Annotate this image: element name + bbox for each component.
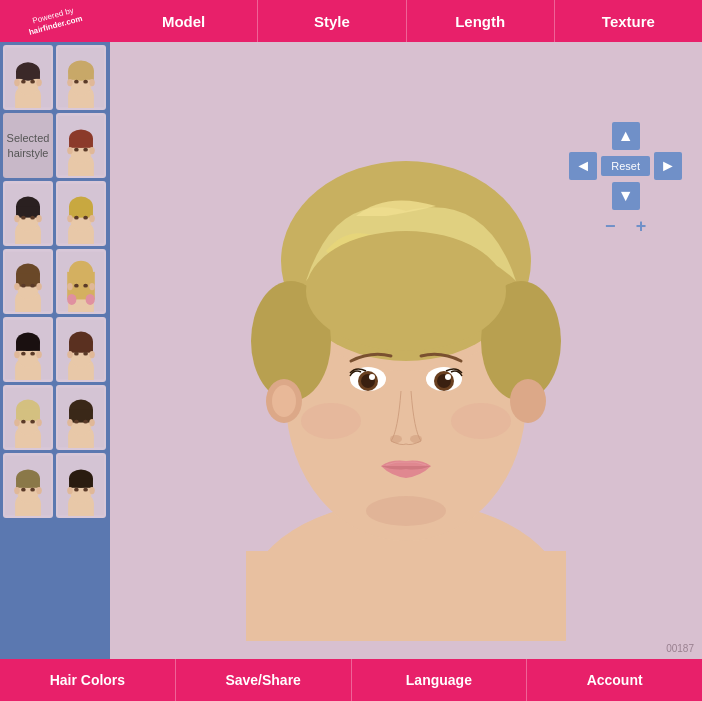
svg-point-68	[67, 283, 73, 290]
language-button[interactable]: Language	[352, 659, 528, 701]
hairstyle-thumb-8[interactable]	[56, 249, 106, 314]
tab-length[interactable]: Length	[407, 0, 555, 42]
hairstyle-thumb-11[interactable]	[3, 385, 53, 450]
svg-point-155	[451, 403, 511, 439]
svg-point-154	[301, 403, 361, 439]
hairstyle-thumb-4[interactable]	[56, 113, 106, 178]
svg-point-17	[89, 79, 95, 86]
svg-point-120	[21, 488, 26, 492]
svg-point-129	[89, 487, 95, 494]
svg-rect-133	[246, 551, 566, 641]
svg-rect-127	[69, 479, 93, 488]
svg-rect-5	[16, 72, 40, 79]
svg-point-66	[67, 294, 76, 305]
svg-point-101	[30, 420, 35, 424]
hairstyle-thumb-7[interactable]	[3, 249, 53, 314]
svg-point-7	[36, 79, 42, 86]
hair-colors-button[interactable]: Hair Colors	[0, 659, 176, 701]
hairstyle-thumb-13[interactable]	[3, 453, 53, 518]
svg-point-99	[36, 419, 42, 426]
svg-point-70	[74, 284, 79, 288]
zoom-in-button[interactable]: +	[636, 216, 647, 237]
nav-up-arrow[interactable]: ▲	[612, 122, 640, 150]
svg-point-89	[89, 351, 95, 358]
svg-rect-12	[68, 95, 94, 108]
account-button[interactable]: Account	[527, 659, 702, 701]
tab-style[interactable]: Style	[258, 0, 406, 42]
svg-point-131	[83, 488, 88, 492]
svg-point-79	[36, 351, 42, 358]
svg-point-109	[89, 419, 95, 426]
model-preview	[176, 61, 636, 641]
sidebar-row-5	[3, 385, 107, 450]
nav-down-arrow[interactable]: ▼	[612, 182, 640, 210]
svg-point-100	[21, 420, 26, 424]
logo-area: Powered by hairfinder.com	[0, 0, 110, 42]
svg-point-151	[445, 374, 451, 380]
svg-point-118	[14, 487, 20, 494]
svg-point-29	[83, 148, 88, 152]
svg-rect-104	[68, 435, 94, 448]
svg-rect-22	[68, 163, 94, 176]
hairstyle-thumb-1[interactable]	[3, 45, 53, 110]
sidebar-row-0	[3, 45, 107, 110]
zoom-out-button[interactable]: −	[605, 216, 616, 237]
svg-point-59	[30, 284, 35, 288]
svg-point-80	[21, 352, 26, 356]
zoom-controls: − +	[605, 216, 646, 237]
svg-point-26	[67, 147, 73, 154]
svg-point-140	[306, 231, 506, 351]
nav-left-arrow[interactable]: ◄	[569, 152, 597, 180]
svg-rect-94	[15, 435, 41, 448]
svg-point-16	[67, 79, 73, 86]
svg-point-8	[21, 80, 26, 84]
hairstyle-thumb-10[interactable]	[56, 317, 106, 382]
svg-point-90	[74, 352, 79, 356]
tab-model[interactable]: Model	[110, 0, 258, 42]
nav-right-arrow[interactable]: ►	[654, 152, 682, 180]
svg-point-143	[272, 385, 296, 417]
tab-texture[interactable]: Texture	[555, 0, 702, 42]
svg-rect-32	[15, 231, 41, 244]
svg-point-19	[83, 80, 88, 84]
svg-point-9	[30, 80, 35, 84]
svg-point-28	[74, 148, 79, 152]
svg-point-58	[21, 284, 26, 288]
preview-area: ▲ ◄ Reset ► ▼ − + 00187	[110, 42, 702, 659]
sidebar-row-2	[3, 181, 107, 246]
hairstyle-thumb-9[interactable]	[3, 317, 53, 382]
svg-point-69	[89, 283, 95, 290]
svg-rect-114	[15, 503, 41, 516]
svg-point-147	[369, 374, 375, 380]
svg-point-46	[67, 215, 73, 222]
selected-hairstyle-label[interactable]: Selected hairstyle	[3, 113, 53, 178]
svg-point-156	[366, 496, 446, 526]
hairstyle-thumb-5[interactable]	[3, 181, 53, 246]
svg-point-27	[89, 147, 95, 154]
svg-point-71	[83, 284, 88, 288]
svg-point-121	[30, 488, 35, 492]
svg-rect-55	[16, 274, 40, 287]
svg-rect-77	[16, 342, 40, 351]
hairstyle-thumb-12[interactable]	[56, 385, 106, 450]
svg-rect-87	[69, 342, 93, 353]
hairstyle-thumb-2[interactable]	[56, 45, 106, 110]
hairstyle-thumb-14[interactable]	[56, 453, 106, 518]
svg-rect-15	[68, 71, 94, 80]
svg-point-18	[74, 80, 79, 84]
nav-middle-row: ◄ Reset ►	[569, 152, 682, 180]
svg-point-142	[510, 379, 546, 423]
svg-point-152	[390, 435, 402, 443]
svg-point-57	[36, 283, 42, 290]
save-share-button[interactable]: Save/Share	[176, 659, 352, 701]
reset-button[interactable]: Reset	[601, 156, 650, 176]
svg-rect-97	[16, 410, 40, 421]
svg-rect-42	[68, 231, 94, 244]
nav-controls: ▲ ◄ Reset ► ▼ − +	[569, 122, 682, 237]
svg-rect-35	[16, 207, 40, 218]
svg-rect-124	[68, 503, 94, 516]
svg-point-91	[83, 352, 88, 356]
svg-point-56	[14, 283, 20, 290]
svg-point-49	[83, 216, 88, 220]
hairstyle-thumb-6[interactable]	[56, 181, 106, 246]
